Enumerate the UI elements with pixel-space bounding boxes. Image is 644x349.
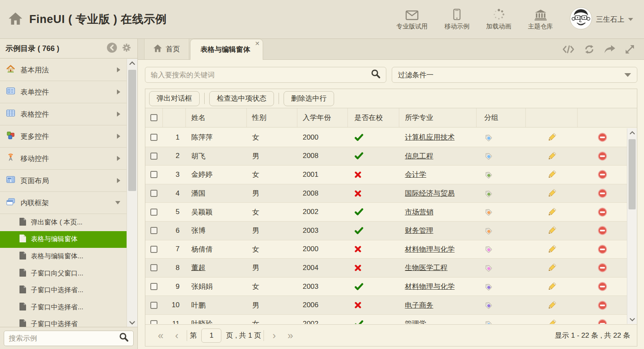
table-row[interactable]: 4潘国男2008国际经济与贸易 bbox=[145, 184, 627, 203]
row-checkbox[interactable] bbox=[150, 320, 157, 324]
edit-icon[interactable] bbox=[526, 132, 578, 142]
delete-icon[interactable] bbox=[578, 170, 627, 179]
table-row[interactable]: 7杨倩倩女2000材料物理与化学 bbox=[145, 240, 627, 259]
tag-icon[interactable] bbox=[477, 245, 526, 253]
row-checkbox[interactable] bbox=[150, 302, 157, 309]
sidebar-group[interactable]: 基本用法 bbox=[0, 59, 127, 81]
delete-icon[interactable] bbox=[578, 151, 627, 161]
major-link[interactable]: 财务管理 bbox=[405, 226, 433, 235]
toolbar-button[interactable]: 删除选中行 bbox=[284, 91, 334, 106]
share-icon[interactable] bbox=[604, 45, 616, 54]
sidebar-group[interactable]: 内联框架 bbox=[0, 192, 127, 214]
user-menu[interactable]: 三生石上 bbox=[570, 7, 633, 31]
edit-icon[interactable] bbox=[526, 189, 578, 198]
sidebar-item[interactable]: 子窗口中选择省... bbox=[0, 299, 127, 316]
edit-icon[interactable] bbox=[526, 245, 578, 254]
sidebar-item[interactable]: 子窗口向父窗口... bbox=[0, 265, 127, 282]
nav-item[interactable]: 加载动画 bbox=[486, 8, 511, 31]
table-row[interactable]: 6张博男2003财务管理 bbox=[145, 222, 627, 240]
table-row[interactable]: 2胡飞男2008信息工程 bbox=[145, 147, 627, 166]
sidebar-group[interactable]: 移动控件 bbox=[0, 148, 127, 170]
search-icon[interactable] bbox=[371, 69, 380, 81]
toolbar-button[interactable]: 检查选中项状态 bbox=[209, 91, 274, 106]
table-row[interactable]: 1陈萍萍女2000计算机应用技术 bbox=[145, 128, 627, 147]
delete-icon[interactable] bbox=[578, 132, 627, 142]
sidebar-group[interactable]: 表单控件 bbox=[0, 81, 127, 103]
avatar[interactable] bbox=[570, 7, 592, 31]
keyword-input[interactable]: 输入要搜索的关键词 bbox=[145, 67, 386, 83]
delete-icon[interactable] bbox=[578, 189, 627, 198]
edit-icon[interactable] bbox=[526, 151, 578, 161]
sidebar-item[interactable]: 表格与编辑窗体 bbox=[0, 231, 127, 248]
table-row[interactable]: 3金婷婷女2001会计学 bbox=[145, 166, 627, 184]
tag-icon[interactable] bbox=[477, 133, 526, 142]
sidebar-group[interactable]: 更多控件 bbox=[0, 125, 127, 148]
page-number-input[interactable]: 1 bbox=[201, 329, 221, 343]
major-link[interactable]: 生物医学工程 bbox=[405, 263, 447, 273]
row-checkbox[interactable] bbox=[150, 283, 157, 290]
row-checkbox[interactable] bbox=[150, 134, 157, 141]
last-page-button[interactable]: » bbox=[287, 331, 293, 341]
sidebar-item[interactable]: 子窗口中选择省... bbox=[0, 282, 127, 299]
delete-icon[interactable] bbox=[578, 226, 627, 235]
edit-icon[interactable] bbox=[526, 170, 578, 179]
scrollbar-thumb[interactable] bbox=[629, 139, 636, 209]
sidebar-item[interactable]: 子窗口中选择省 bbox=[0, 316, 127, 327]
major-link[interactable]: 电子商务 bbox=[405, 301, 433, 310]
tag-icon[interactable] bbox=[477, 227, 526, 235]
nav-item[interactable]: 专业版试用 bbox=[396, 8, 428, 31]
scroll-down-icon[interactable] bbox=[127, 321, 137, 325]
table-row[interactable]: 10叶鹏男2006电子商务 bbox=[145, 296, 627, 315]
refresh-icon[interactable] bbox=[584, 44, 595, 54]
major-link[interactable]: 计算机应用技术 bbox=[405, 132, 454, 142]
row-checkbox[interactable] bbox=[150, 190, 157, 197]
edit-icon[interactable] bbox=[526, 226, 578, 235]
tag-icon[interactable] bbox=[477, 283, 526, 291]
tag-icon[interactable] bbox=[477, 264, 526, 272]
next-page-button[interactable]: › bbox=[272, 331, 276, 341]
major-link[interactable]: 管理学 bbox=[405, 319, 426, 324]
edit-icon[interactable] bbox=[526, 207, 578, 217]
row-checkbox[interactable] bbox=[150, 171, 157, 178]
edit-icon[interactable] bbox=[526, 263, 578, 273]
collapse-sidebar-button[interactable] bbox=[106, 42, 117, 55]
delete-icon[interactable] bbox=[578, 319, 627, 324]
scroll-up-icon[interactable] bbox=[627, 131, 637, 135]
scrollbar-thumb[interactable] bbox=[128, 70, 136, 191]
source-code-icon[interactable] bbox=[562, 45, 575, 54]
toolbar-button[interactable]: 弹出对话框 bbox=[149, 91, 200, 106]
major-link[interactable]: 材料物理与化学 bbox=[405, 282, 454, 291]
tag-icon[interactable] bbox=[477, 208, 526, 216]
table-row[interactable]: 9张娟娟女2003材料物理与化学 bbox=[145, 278, 627, 296]
tab-home[interactable]: 首页 bbox=[144, 39, 189, 59]
tag-icon[interactable] bbox=[477, 189, 526, 198]
major-link[interactable]: 市场营销 bbox=[405, 207, 433, 217]
scroll-up-icon[interactable] bbox=[127, 61, 137, 65]
edit-icon[interactable] bbox=[526, 282, 578, 291]
nav-item[interactable]: 移动示例 bbox=[444, 8, 469, 31]
delete-icon[interactable] bbox=[578, 263, 627, 273]
row-checkbox[interactable] bbox=[150, 246, 157, 253]
gear-icon[interactable] bbox=[121, 42, 132, 55]
delete-icon[interactable] bbox=[578, 245, 627, 254]
delete-icon[interactable] bbox=[578, 207, 627, 217]
row-checkbox[interactable] bbox=[150, 209, 157, 216]
first-page-button[interactable]: « bbox=[158, 331, 163, 341]
filter-dropdown[interactable]: 过滤条件一 bbox=[392, 67, 637, 83]
edit-icon[interactable] bbox=[526, 301, 578, 310]
table-row[interactable]: 5吴颖颖女2002市场营销 bbox=[145, 203, 627, 222]
sidebar-scrollbar[interactable] bbox=[127, 59, 137, 327]
row-checkbox[interactable] bbox=[150, 153, 157, 160]
prev-page-button[interactable]: ‹ bbox=[175, 331, 178, 341]
delete-icon[interactable] bbox=[578, 282, 627, 291]
major-link[interactable]: 信息工程 bbox=[405, 151, 433, 161]
row-checkbox[interactable] bbox=[150, 264, 157, 271]
sidebar-group[interactable]: 表格控件 bbox=[0, 103, 127, 125]
close-icon[interactable]: ✕ bbox=[255, 40, 260, 47]
table-row[interactable]: 11叶晓玲女2002管理学 bbox=[145, 315, 627, 324]
edit-icon[interactable] bbox=[526, 319, 578, 324]
sidebar-item[interactable]: 弹出窗体 ( 本页... bbox=[0, 214, 127, 231]
major-link[interactable]: 材料物理与化学 bbox=[405, 245, 454, 254]
nav-item[interactable]: 主题仓库 bbox=[528, 8, 553, 31]
table-scrollbar[interactable] bbox=[627, 128, 637, 324]
